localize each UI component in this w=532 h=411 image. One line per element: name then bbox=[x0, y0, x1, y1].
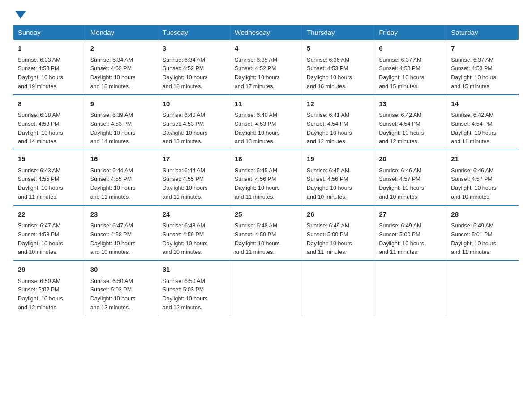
day-info: Sunrise: 6:40 AMSunset: 4:53 PMDaylight:… bbox=[235, 112, 280, 145]
day-number: 18 bbox=[235, 154, 297, 164]
calendar-cell: 4 Sunrise: 6:35 AMSunset: 4:52 PMDayligh… bbox=[230, 40, 302, 95]
day-number: 6 bbox=[379, 43, 442, 54]
header-saturday: Saturday bbox=[446, 25, 519, 40]
day-number: 25 bbox=[235, 210, 297, 220]
day-number: 20 bbox=[379, 154, 442, 164]
day-number: 31 bbox=[163, 265, 225, 275]
day-info: Sunrise: 6:38 AMSunset: 4:53 PMDaylight:… bbox=[18, 112, 63, 145]
day-number: 9 bbox=[90, 99, 153, 109]
calendar-cell: 5 Sunrise: 6:36 AMSunset: 4:53 PMDayligh… bbox=[302, 40, 374, 95]
calendar-cell: 13 Sunrise: 6:42 AMSunset: 4:54 PMDaylig… bbox=[374, 95, 446, 150]
day-number: 5 bbox=[307, 43, 369, 54]
calendar-cell bbox=[446, 261, 519, 316]
header-monday: Monday bbox=[86, 25, 158, 40]
day-number: 23 bbox=[90, 210, 153, 220]
header-wednesday: Wednesday bbox=[230, 25, 302, 40]
day-info: Sunrise: 6:47 AMSunset: 4:58 PMDaylight:… bbox=[18, 223, 63, 255]
logo-triangle-icon bbox=[15, 11, 26, 19]
calendar-cell bbox=[374, 261, 446, 316]
day-number: 30 bbox=[90, 265, 153, 275]
calendar-cell: 8 Sunrise: 6:38 AMSunset: 4:53 PMDayligh… bbox=[13, 95, 86, 150]
calendar-cell: 11 Sunrise: 6:40 AMSunset: 4:53 PMDaylig… bbox=[230, 95, 302, 150]
calendar-cell: 26 Sunrise: 6:49 AMSunset: 5:00 PMDaylig… bbox=[302, 206, 374, 261]
day-number: 4 bbox=[235, 43, 297, 54]
day-number: 2 bbox=[90, 43, 153, 54]
day-number: 13 bbox=[379, 99, 442, 109]
day-info: Sunrise: 6:47 AMSunset: 4:58 PMDaylight:… bbox=[90, 223, 136, 255]
calendar-cell: 17 Sunrise: 6:44 AMSunset: 4:55 PMDaylig… bbox=[158, 150, 230, 206]
day-info: Sunrise: 6:48 AMSunset: 4:59 PMDaylight:… bbox=[163, 223, 208, 255]
day-info: Sunrise: 6:41 AMSunset: 4:54 PMDaylight:… bbox=[307, 112, 352, 145]
calendar-cell bbox=[302, 261, 374, 316]
day-number: 11 bbox=[235, 99, 297, 109]
day-info: Sunrise: 6:46 AMSunset: 4:57 PMDaylight:… bbox=[451, 167, 496, 200]
day-info: Sunrise: 6:49 AMSunset: 5:01 PMDaylight:… bbox=[451, 223, 496, 255]
day-number: 8 bbox=[18, 99, 81, 109]
day-number: 10 bbox=[163, 99, 225, 109]
page-header bbox=[13, 9, 519, 18]
day-info: Sunrise: 6:45 AMSunset: 4:56 PMDaylight:… bbox=[307, 167, 352, 200]
day-number: 26 bbox=[307, 210, 369, 220]
day-number: 7 bbox=[451, 43, 514, 54]
calendar-header-row: SundayMondayTuesdayWednesdayThursdayFrid… bbox=[13, 25, 519, 40]
day-info: Sunrise: 6:50 AMSunset: 5:02 PMDaylight:… bbox=[90, 278, 136, 311]
calendar-cell: 25 Sunrise: 6:48 AMSunset: 4:59 PMDaylig… bbox=[230, 206, 302, 261]
calendar-cell: 19 Sunrise: 6:45 AMSunset: 4:56 PMDaylig… bbox=[302, 150, 374, 206]
day-info: Sunrise: 6:37 AMSunset: 4:53 PMDaylight:… bbox=[379, 57, 424, 90]
day-info: Sunrise: 6:48 AMSunset: 4:59 PMDaylight:… bbox=[235, 223, 280, 255]
day-info: Sunrise: 6:45 AMSunset: 4:56 PMDaylight:… bbox=[235, 167, 280, 200]
day-number: 29 bbox=[18, 265, 81, 275]
calendar-week-1: 1 Sunrise: 6:33 AMSunset: 4:53 PMDayligh… bbox=[13, 40, 519, 95]
day-info: Sunrise: 6:33 AMSunset: 4:53 PMDaylight:… bbox=[18, 57, 63, 90]
day-info: Sunrise: 6:37 AMSunset: 4:53 PMDaylight:… bbox=[451, 57, 496, 90]
calendar-cell: 10 Sunrise: 6:40 AMSunset: 4:53 PMDaylig… bbox=[158, 95, 230, 150]
day-info: Sunrise: 6:34 AMSunset: 4:52 PMDaylight:… bbox=[90, 57, 136, 90]
calendar-cell: 9 Sunrise: 6:39 AMSunset: 4:53 PMDayligh… bbox=[86, 95, 158, 150]
day-number: 14 bbox=[451, 99, 514, 109]
calendar-week-4: 22 Sunrise: 6:47 AMSunset: 4:58 PMDaylig… bbox=[13, 206, 519, 261]
day-info: Sunrise: 6:50 AMSunset: 5:03 PMDaylight:… bbox=[163, 278, 208, 311]
day-info: Sunrise: 6:35 AMSunset: 4:52 PMDaylight:… bbox=[235, 57, 280, 90]
calendar-cell: 21 Sunrise: 6:46 AMSunset: 4:57 PMDaylig… bbox=[446, 150, 519, 206]
day-number: 15 bbox=[18, 154, 81, 164]
header-tuesday: Tuesday bbox=[158, 25, 230, 40]
calendar-cell: 12 Sunrise: 6:41 AMSunset: 4:54 PMDaylig… bbox=[302, 95, 374, 150]
calendar-cell: 3 Sunrise: 6:34 AMSunset: 4:52 PMDayligh… bbox=[158, 40, 230, 95]
day-info: Sunrise: 6:36 AMSunset: 4:53 PMDaylight:… bbox=[307, 57, 352, 90]
calendar-week-5: 29 Sunrise: 6:50 AMSunset: 5:02 PMDaylig… bbox=[13, 261, 519, 316]
calendar-cell: 29 Sunrise: 6:50 AMSunset: 5:02 PMDaylig… bbox=[13, 261, 86, 316]
day-info: Sunrise: 6:34 AMSunset: 4:52 PMDaylight:… bbox=[163, 57, 208, 90]
day-number: 16 bbox=[90, 154, 153, 164]
calendar-cell: 31 Sunrise: 6:50 AMSunset: 5:03 PMDaylig… bbox=[158, 261, 230, 316]
day-number: 12 bbox=[307, 99, 369, 109]
calendar-cell: 15 Sunrise: 6:43 AMSunset: 4:55 PMDaylig… bbox=[13, 150, 86, 206]
header-friday: Friday bbox=[374, 25, 446, 40]
day-info: Sunrise: 6:44 AMSunset: 4:55 PMDaylight:… bbox=[163, 167, 208, 200]
day-number: 17 bbox=[163, 154, 225, 164]
calendar-cell: 7 Sunrise: 6:37 AMSunset: 4:53 PMDayligh… bbox=[446, 40, 519, 95]
calendar-cell: 6 Sunrise: 6:37 AMSunset: 4:53 PMDayligh… bbox=[374, 40, 446, 95]
day-info: Sunrise: 6:40 AMSunset: 4:53 PMDaylight:… bbox=[163, 112, 208, 145]
calendar-cell: 28 Sunrise: 6:49 AMSunset: 5:01 PMDaylig… bbox=[446, 206, 519, 261]
calendar-cell: 20 Sunrise: 6:46 AMSunset: 4:57 PMDaylig… bbox=[374, 150, 446, 206]
day-info: Sunrise: 6:50 AMSunset: 5:02 PMDaylight:… bbox=[18, 278, 63, 311]
calendar-cell: 22 Sunrise: 6:47 AMSunset: 4:58 PMDaylig… bbox=[13, 206, 86, 261]
calendar-cell bbox=[230, 261, 302, 316]
day-info: Sunrise: 6:43 AMSunset: 4:55 PMDaylight:… bbox=[18, 167, 63, 200]
header-thursday: Thursday bbox=[302, 25, 374, 40]
calendar-cell: 14 Sunrise: 6:42 AMSunset: 4:54 PMDaylig… bbox=[446, 95, 519, 150]
day-number: 28 bbox=[451, 210, 514, 220]
calendar-cell: 2 Sunrise: 6:34 AMSunset: 4:52 PMDayligh… bbox=[86, 40, 158, 95]
calendar-cell: 1 Sunrise: 6:33 AMSunset: 4:53 PMDayligh… bbox=[13, 40, 86, 95]
day-info: Sunrise: 6:42 AMSunset: 4:54 PMDaylight:… bbox=[451, 112, 496, 145]
calendar-cell: 18 Sunrise: 6:45 AMSunset: 4:56 PMDaylig… bbox=[230, 150, 302, 206]
header-sunday: Sunday bbox=[13, 25, 86, 40]
calendar-cell: 23 Sunrise: 6:47 AMSunset: 4:58 PMDaylig… bbox=[86, 206, 158, 261]
day-info: Sunrise: 6:49 AMSunset: 5:00 PMDaylight:… bbox=[307, 223, 352, 255]
day-number: 1 bbox=[18, 43, 81, 54]
day-info: Sunrise: 6:49 AMSunset: 5:00 PMDaylight:… bbox=[379, 223, 424, 255]
day-info: Sunrise: 6:46 AMSunset: 4:57 PMDaylight:… bbox=[379, 167, 424, 200]
calendar-week-3: 15 Sunrise: 6:43 AMSunset: 4:55 PMDaylig… bbox=[13, 150, 519, 206]
day-info: Sunrise: 6:44 AMSunset: 4:55 PMDaylight:… bbox=[90, 167, 136, 200]
day-number: 24 bbox=[163, 210, 225, 220]
